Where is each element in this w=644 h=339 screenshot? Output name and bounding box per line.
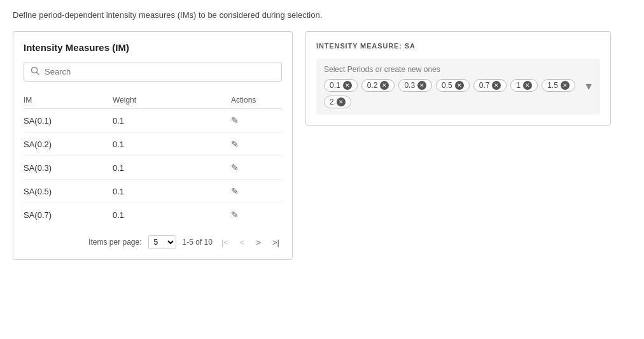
table-row: SA(0.1) 0.1 ✎: [24, 109, 282, 133]
row-im: SA(0.1): [24, 116, 113, 126]
prev-page-button[interactable]: <: [237, 236, 248, 249]
row-weight: 0.1: [113, 140, 231, 149]
period-value: 0.1: [330, 81, 340, 90]
period-value: 0.2: [367, 81, 378, 90]
right-panel-title: INTENSITY MEASURE: SA: [316, 42, 600, 50]
svg-line-1: [37, 73, 39, 75]
periods-label: Select Periods or create new ones: [324, 65, 592, 74]
edit-button[interactable]: ✎: [231, 115, 282, 126]
pagination-row: Items per page: 51025 1-5 of 10 |< < > >…: [24, 235, 282, 249]
items-per-page-select[interactable]: 51025: [148, 235, 176, 249]
periods-dropdown-arrow[interactable]: ▼: [584, 81, 594, 92]
table-row: SA(0.3) 0.1 ✎: [24, 156, 282, 180]
period-remove-button[interactable]: ✕: [380, 81, 389, 90]
left-panel: Intensity Measures (IM) IM Weight Action…: [13, 31, 293, 260]
table-rows-container: SA(0.1) 0.1 ✎ SA(0.2) 0.1 ✎ SA(0.3) 0.1 …: [24, 109, 282, 226]
period-value: 0.7: [479, 81, 490, 90]
period-remove-button[interactable]: ✕: [337, 97, 346, 106]
period-tag: 0.5✕: [436, 79, 470, 92]
period-value: 1.5: [547, 81, 558, 90]
search-box: [24, 62, 282, 82]
period-tag: 1✕: [510, 79, 538, 92]
col-weight: Weight: [113, 96, 231, 105]
col-im: IM: [24, 96, 113, 105]
items-per-page-label: Items per page:: [88, 238, 141, 247]
period-remove-button[interactable]: ✕: [523, 81, 532, 90]
next-page-button[interactable]: >: [253, 236, 263, 249]
main-layout: Intensity Measures (IM) IM Weight Action…: [13, 31, 631, 260]
search-icon: [31, 66, 39, 77]
table-row: SA(0.7) 0.1 ✎: [24, 203, 282, 226]
period-tag: 1.5✕: [542, 79, 575, 92]
search-input[interactable]: [45, 67, 275, 76]
left-panel-title: Intensity Measures (IM): [24, 42, 282, 53]
period-value: 0.5: [442, 81, 452, 90]
row-im: SA(0.7): [24, 210, 113, 220]
period-value: 0.3: [404, 81, 415, 90]
table-row: SA(0.2) 0.1 ✎: [24, 133, 282, 156]
page-description: Define period-dependent intensity measur…: [13, 10, 631, 20]
periods-tags: 0.1✕0.2✕0.3✕0.5✕0.7✕1✕1.5✕2✕: [324, 79, 592, 108]
period-remove-button[interactable]: ✕: [561, 81, 570, 90]
row-im: SA(0.5): [24, 187, 113, 196]
edit-button[interactable]: ✎: [231, 210, 282, 220]
period-remove-button[interactable]: ✕: [455, 81, 464, 90]
pagination-info: 1-5 of 10: [183, 238, 213, 247]
period-tag: 0.2✕: [361, 79, 395, 92]
period-tag: 0.7✕: [473, 79, 507, 92]
edit-button[interactable]: ✎: [231, 162, 282, 173]
table-header: IM Weight Actions: [24, 92, 282, 109]
row-im: SA(0.3): [24, 163, 113, 173]
row-weight: 0.1: [113, 116, 231, 126]
period-tag: 2✕: [324, 96, 351, 108]
period-remove-button[interactable]: ✕: [492, 81, 501, 90]
col-actions: Actions: [231, 96, 282, 105]
last-page-button[interactable]: >|: [270, 236, 282, 249]
first-page-button[interactable]: |<: [219, 236, 231, 249]
periods-container: Select Periods or create new ones 0.1✕0.…: [316, 59, 600, 115]
row-weight: 0.1: [113, 163, 231, 173]
period-value: 2: [330, 97, 334, 106]
table-row: SA(0.5) 0.1 ✎: [24, 180, 282, 203]
period-tag: 0.3✕: [398, 79, 432, 92]
edit-button[interactable]: ✎: [231, 186, 282, 196]
period-value: 1: [516, 81, 521, 90]
period-tag: 0.1✕: [324, 79, 358, 92]
period-remove-button[interactable]: ✕: [343, 81, 352, 90]
row-weight: 0.1: [113, 210, 231, 220]
row-weight: 0.1: [113, 187, 231, 196]
period-remove-button[interactable]: ✕: [417, 81, 426, 90]
right-panel: INTENSITY MEASURE: SA Select Periods or …: [305, 31, 611, 126]
row-im: SA(0.2): [24, 140, 113, 149]
edit-button[interactable]: ✎: [231, 139, 282, 149]
